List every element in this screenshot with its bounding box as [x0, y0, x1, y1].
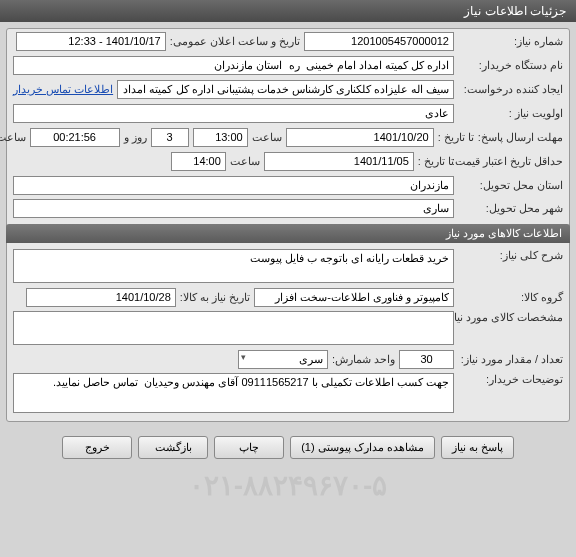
field-notes[interactable] — [13, 373, 454, 413]
label-qty: تعداد / مقدار مورد نیاز: — [458, 353, 563, 366]
label-req-no: شماره نیاز: — [458, 35, 563, 48]
label-spec: مشخصات کالای مورد نیاز: — [458, 311, 563, 324]
field-city[interactable] — [13, 199, 454, 218]
label-city: شهر محل تحویل: — [458, 202, 563, 215]
window-title: جزئیات اطلاعات نیاز — [464, 4, 566, 18]
field-unit[interactable] — [238, 350, 328, 369]
label-need-date: تاریخ نیاز به کالا: — [180, 291, 250, 304]
field-desc[interactable] — [13, 249, 454, 283]
field-spec[interactable] — [13, 311, 454, 345]
label-group: گروه کالا: — [458, 291, 563, 304]
label-org: نام دستگاه خریدار: — [458, 59, 563, 72]
label-pub-date: تاریخ و ساعت اعلان عمومی: — [170, 35, 300, 48]
label-notes: توضیحات خریدار: — [458, 373, 563, 386]
button-bar: پاسخ به نیاز مشاهده مدارک پیوستی (1) چاپ… — [0, 428, 576, 467]
label-to-date: تا تاریخ : — [438, 131, 474, 144]
field-deadline-time[interactable] — [193, 128, 248, 147]
field-org[interactable] — [13, 56, 454, 75]
watermark-phone: ۰۲۱-۸۸۲۴۹۶۷۰-۵ — [189, 469, 388, 502]
field-group[interactable] — [254, 288, 454, 307]
attachments-button[interactable]: مشاهده مدارک پیوستی (1) — [290, 436, 435, 459]
label-remaining: ساعت باقی مانده — [0, 131, 26, 144]
label-priority: اولویت نیاز : — [458, 107, 563, 120]
back-button[interactable]: بازگشت — [138, 436, 208, 459]
label-min-valid: حداقل تاریخ اعتبار قیمت: — [458, 155, 563, 168]
print-button[interactable]: چاپ — [214, 436, 284, 459]
label-hour-1: ساعت — [252, 131, 282, 144]
label-hour-2: ساعت — [230, 155, 260, 168]
label-creator: ایجاد کننده درخواست: — [458, 83, 563, 96]
label-to-date-2: تا تاریخ : — [418, 155, 454, 168]
label-deadline: مهلت ارسال پاسخ: — [478, 131, 563, 144]
field-creator[interactable] — [117, 80, 454, 99]
field-priority[interactable] — [13, 104, 454, 123]
field-valid-time[interactable] — [171, 152, 226, 171]
label-province: استان محل تحویل: — [458, 179, 563, 192]
field-pub-date[interactable] — [16, 32, 166, 51]
field-req-no[interactable] — [304, 32, 454, 51]
field-province[interactable] — [13, 176, 454, 195]
label-unit: واحد شمارش: — [332, 353, 395, 366]
exit-button[interactable]: خروج — [62, 436, 132, 459]
reply-button[interactable]: پاسخ به نیاز — [441, 436, 514, 459]
field-days-left[interactable] — [151, 128, 189, 147]
field-need-date[interactable] — [26, 288, 176, 307]
field-valid-date[interactable] — [264, 152, 414, 171]
field-deadline-date[interactable] — [286, 128, 434, 147]
label-days-and: روز و — [124, 131, 147, 144]
section-header-goods: اطلاعات کالاهای مورد نیاز — [6, 224, 570, 243]
label-desc: شرح کلی نیاز: — [458, 249, 563, 262]
main-panel: شماره نیاز: تاریخ و ساعت اعلان عمومی: نا… — [6, 28, 570, 422]
window-titlebar: جزئیات اطلاعات نیاز — [0, 0, 576, 22]
field-qty[interactable] — [399, 350, 454, 369]
link-contact-info[interactable]: اطلاعات تماس خریدار — [13, 83, 113, 96]
field-countdown[interactable] — [30, 128, 120, 147]
